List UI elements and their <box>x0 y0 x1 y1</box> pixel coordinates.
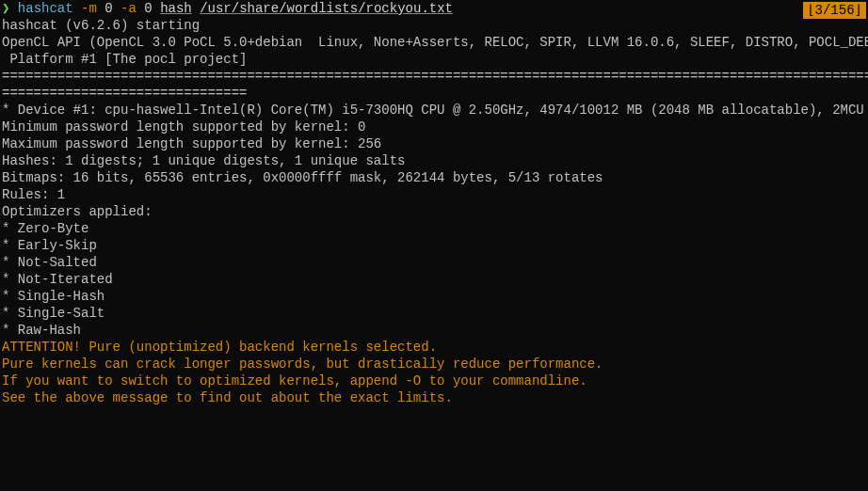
output-line: hashcat (v6.2.6) starting <box>2 17 868 34</box>
output-line: * Raw-Hash <box>2 322 868 339</box>
val-a: 0 <box>144 1 152 16</box>
output-line: * Zero-Byte <box>2 220 868 237</box>
output-line: Maximum password length supported by ker… <box>2 135 868 152</box>
scroll-position-indicator: ⌊3/156⌋ <box>803 2 866 19</box>
output-line: Minimum password length supported by ker… <box>2 119 868 135</box>
output-line: =============================== <box>2 85 868 102</box>
command-line[interactable]: ❯ hashcat -m 0 -a 0 hash /usr/share/word… <box>2 0 868 17</box>
output-line: ========================================… <box>2 68 868 85</box>
output-line: * Early-Skip <box>2 237 868 254</box>
output-line: Optimizers applied: <box>2 203 868 220</box>
output-line: Bitmaps: 16 bits, 65536 entries, 0x0000f… <box>2 169 868 186</box>
output-line: * Not-Iterated <box>2 271 868 288</box>
output-line: OpenCL API (OpenCL 3.0 PoCL 5.0+debian L… <box>2 34 868 51</box>
val-m: 0 <box>104 1 112 16</box>
output-line: * Not-Salted <box>2 254 868 271</box>
flag-m: -m <box>81 1 97 16</box>
output-line: * Single-Hash <box>2 288 868 305</box>
prompt-symbol: ❯ <box>2 1 9 16</box>
warning-line: ATTENTION! Pure (unoptimized) backend ke… <box>2 339 868 356</box>
flag-a: -a <box>121 1 137 16</box>
output-line: Hashes: 1 digests; 1 unique digests, 1 u… <box>2 152 868 169</box>
command-name: hashcat <box>18 1 73 16</box>
hash-arg: hash <box>160 1 192 16</box>
output-line: Rules: 1 <box>2 186 868 203</box>
output-line: * Single-Salt <box>2 305 868 322</box>
warning-line: Pure kernels can crack longer passwords,… <box>2 356 868 372</box>
output-line: Platform #1 [The pocl project] <box>2 51 868 68</box>
warning-line: If you want to switch to optimized kerne… <box>2 372 868 389</box>
warning-line: See the above message to find out about … <box>2 389 868 406</box>
wordlist-arg: /usr/share/wordlists/rockyou.txt <box>200 1 453 16</box>
output-line: * Device #1: cpu-haswell-Intel(R) Core(T… <box>2 102 868 119</box>
